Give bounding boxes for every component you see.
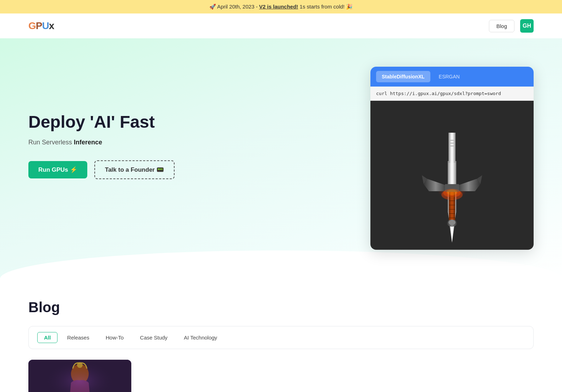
- blog-card-image: [28, 360, 131, 392]
- sword-svg: [417, 104, 487, 246]
- hero-title: Deploy 'AI' Fast: [28, 113, 175, 132]
- warrior-image-placeholder: [28, 360, 131, 392]
- blog-filter-bar: All Releases How-To Case Study AI Techno…: [28, 326, 534, 349]
- user-avatar[interactable]: GH: [520, 19, 534, 33]
- demo-tabs: StableDiffusionXL ESRGAN: [370, 67, 534, 87]
- hero-subtitle-bold: Inference: [74, 139, 102, 146]
- tab-esrgan[interactable]: ESRGAN: [433, 71, 465, 82]
- blog-section-title: Blog: [28, 299, 534, 315]
- talk-to-founder-button[interactable]: Talk to a Founder 📟: [94, 160, 175, 179]
- tab-stablediffusionxl[interactable]: StableDiffusionXL: [376, 71, 430, 82]
- run-gpus-button[interactable]: Run GPUs ⚡: [28, 161, 87, 178]
- hero-left: Deploy 'AI' Fast Run Serverless Inferenc…: [28, 60, 175, 179]
- svg-rect-17: [450, 140, 454, 141]
- announcement-link[interactable]: V2 is launched!: [259, 4, 298, 10]
- warrior-svg: [28, 360, 131, 392]
- svg-point-21: [447, 189, 457, 195]
- blog-card-preview[interactable]: [28, 360, 131, 392]
- demo-image-container: [370, 101, 534, 250]
- hero-subtitle: Run Serverless Inference: [28, 139, 175, 146]
- hero-buttons: Run GPUs ⚡ Talk to a Founder 📟: [28, 160, 175, 179]
- filter-case-study[interactable]: Case Study: [133, 332, 175, 343]
- blog-section: Blog All Releases How-To Case Study AI T…: [0, 278, 562, 392]
- logo[interactable]: GPUx: [28, 20, 54, 32]
- announcement-text-before: 🚀 April 20th, 2023 -: [209, 4, 259, 10]
- blog-nav-button[interactable]: Blog: [489, 20, 514, 32]
- navbar: GPUx Blog GH: [0, 13, 562, 38]
- blog-cards: [28, 360, 534, 392]
- demo-curl-command: curl https://i.gpux.ai/gpux/sdxl?prompt=…: [370, 87, 534, 101]
- hero-section: Deploy 'AI' Fast Run Serverless Inferenc…: [0, 38, 562, 278]
- svg-rect-2: [448, 133, 456, 163]
- sword-image: [370, 101, 534, 250]
- demo-card: StableDiffusionXL ESRGAN curl https://i.…: [370, 67, 534, 250]
- filter-all[interactable]: All: [37, 332, 57, 343]
- nav-right: Blog GH: [489, 19, 534, 33]
- filter-ai-technology[interactable]: AI Technology: [177, 332, 224, 343]
- svg-rect-18: [450, 143, 454, 144]
- svg-point-16: [448, 220, 456, 225]
- hero-subtitle-prefix: Run Serverless: [28, 139, 74, 146]
- announcement-text-after: 1s starts from cold! 🎉: [298, 4, 353, 10]
- filter-how-to[interactable]: How-To: [99, 332, 131, 343]
- svg-rect-19: [450, 145, 454, 147]
- announcement-bar: 🚀 April 20th, 2023 - V2 is launched! 1s …: [0, 0, 562, 13]
- filter-releases[interactable]: Releases: [60, 332, 96, 343]
